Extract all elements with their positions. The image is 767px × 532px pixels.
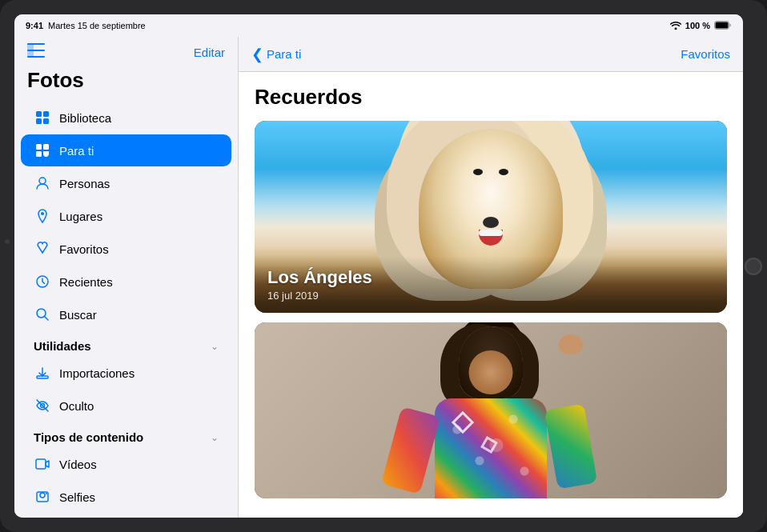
- sidebar-edit-button[interactable]: Editar: [194, 46, 225, 59]
- utilidades-title: Utilidades: [34, 339, 91, 353]
- tipos-chevron: ⌄: [211, 432, 219, 443]
- svg-point-22: [46, 493, 47, 494]
- status-time: 9:41: [26, 21, 43, 30]
- sidebar-item-live-photos[interactable]: Live Photos: [21, 514, 231, 518]
- sidebar-item-lugares-label: Lugares: [59, 210, 102, 223]
- back-label: Para ti: [267, 47, 301, 61]
- para-ti-icon: [34, 142, 51, 159]
- sidebar-header: Editar: [14, 37, 238, 65]
- sidebar-item-recientes[interactable]: Recientes: [21, 266, 231, 298]
- sidebar-item-para-ti-label: Para ti: [59, 144, 94, 158]
- svg-rect-6: [36, 111, 42, 117]
- sidebar-item-lugares[interactable]: Lugares: [21, 200, 231, 232]
- sidebar-item-videos[interactable]: Vídeos: [21, 448, 231, 480]
- buscar-icon: [34, 306, 51, 323]
- svg-rect-19: [36, 459, 46, 469]
- sidebar-item-oculto-label: Oculto: [59, 399, 94, 413]
- lugares-icon: [34, 207, 51, 225]
- memory-la-date: 16 jul 2019: [267, 290, 714, 302]
- svg-rect-10: [36, 144, 42, 150]
- recientes-icon: [34, 273, 51, 290]
- content-area: Recuerdos: [239, 72, 743, 518]
- sidebar-item-buscar[interactable]: Buscar: [21, 298, 231, 330]
- svg-point-13: [39, 178, 46, 184]
- sidebar-item-buscar-label: Buscar: [59, 308, 97, 322]
- selfies-icon: [34, 488, 51, 506]
- back-button[interactable]: ❮ Para ti: [251, 46, 301, 63]
- app-area: Editar Fotos Bi: [14, 37, 743, 518]
- sidebar-item-importaciones[interactable]: Importaciones: [21, 357, 231, 389]
- sidebar-item-oculto[interactable]: Oculto: [21, 390, 231, 422]
- memory-la-location: Los Ángeles: [267, 267, 714, 288]
- biblioteca-icon: [34, 109, 51, 126]
- favoritos-nav-button[interactable]: Favoritos: [681, 47, 730, 61]
- tipos-header[interactable]: Tipos de contenido ⌄: [14, 422, 238, 447]
- back-chevron-icon: ❮: [251, 46, 263, 63]
- battery-percent: 100 %: [685, 21, 710, 30]
- favoritos-icon: [34, 240, 51, 258]
- svg-rect-4: [27, 50, 45, 51]
- svg-rect-3: [27, 43, 45, 45]
- sidebar-item-importaciones-label: Importaciones: [59, 366, 135, 380]
- importaciones-icon: [34, 364, 51, 382]
- svg-rect-11: [43, 144, 49, 150]
- ipad-frame: 9:41 Martes 15 de septiembre 100 %: [0, 0, 767, 532]
- svg-rect-17: [37, 376, 48, 378]
- utilidades-chevron: ⌄: [211, 341, 219, 352]
- tipos-title: Tipos de contenido: [34, 430, 143, 444]
- sidebar-item-biblioteca-label: Biblioteca: [59, 111, 111, 125]
- side-button[interactable]: [5, 239, 10, 244]
- status-date: Martes 15 de septiembre: [48, 21, 146, 30]
- sidebar: Editar Fotos Bi: [14, 37, 239, 518]
- svg-rect-5: [27, 56, 45, 58]
- sidebar-item-biblioteca[interactable]: Biblioteca: [21, 102, 231, 134]
- svg-point-16: [37, 309, 46, 318]
- svg-rect-12: [36, 151, 42, 157]
- sidebar-item-videos-label: Vídeos: [59, 458, 97, 471]
- memory-card-la[interactable]: Los Ángeles 16 jul 2019: [255, 121, 727, 313]
- sidebar-item-personas[interactable]: Personas: [21, 167, 231, 199]
- battery-icon: [714, 21, 732, 31]
- personas-icon: [34, 174, 51, 192]
- svg-rect-7: [43, 111, 49, 117]
- utilidades-header[interactable]: Utilidades ⌄: [14, 331, 238, 356]
- sidebar-toggle-icon[interactable]: [27, 43, 45, 62]
- sidebar-item-para-ti[interactable]: Para ti: [21, 134, 231, 166]
- sidebar-item-selfies[interactable]: Selfies: [21, 481, 231, 513]
- memory-card-person[interactable]: [255, 322, 727, 498]
- wifi-icon: [670, 21, 681, 31]
- page-title: Recuerdos: [255, 85, 727, 110]
- sidebar-item-selfies-label: Selfies: [59, 490, 95, 504]
- memory-la-overlay: Los Ángeles 16 jul 2019: [255, 256, 727, 313]
- videos-icon: [34, 455, 51, 473]
- oculto-icon: [34, 397, 51, 414]
- nav-bar: ❮ Para ti Favoritos: [239, 37, 743, 72]
- svg-rect-9: [43, 118, 49, 124]
- sidebar-item-favoritos-label: Favoritos: [59, 242, 109, 256]
- sidebar-item-recientes-label: Recientes: [59, 275, 113, 289]
- svg-rect-1: [716, 22, 729, 28]
- status-indicators: 100 %: [670, 21, 732, 31]
- home-button[interactable]: [745, 258, 762, 275]
- status-bar: 9:41 Martes 15 de septiembre 100 %: [14, 14, 743, 37]
- sidebar-nav: Biblioteca Para ti: [14, 101, 238, 518]
- sidebar-item-favoritos[interactable]: Favoritos: [21, 233, 231, 265]
- sidebar-item-personas-label: Personas: [59, 177, 110, 190]
- main-content: ❮ Para ti Favoritos Recuerdos: [239, 37, 743, 518]
- svg-rect-8: [36, 118, 42, 124]
- svg-point-14: [41, 212, 44, 215]
- screen: 9:41 Martes 15 de septiembre 100 %: [14, 14, 743, 518]
- sidebar-title: Fotos: [14, 65, 238, 101]
- svg-point-20: [40, 493, 45, 498]
